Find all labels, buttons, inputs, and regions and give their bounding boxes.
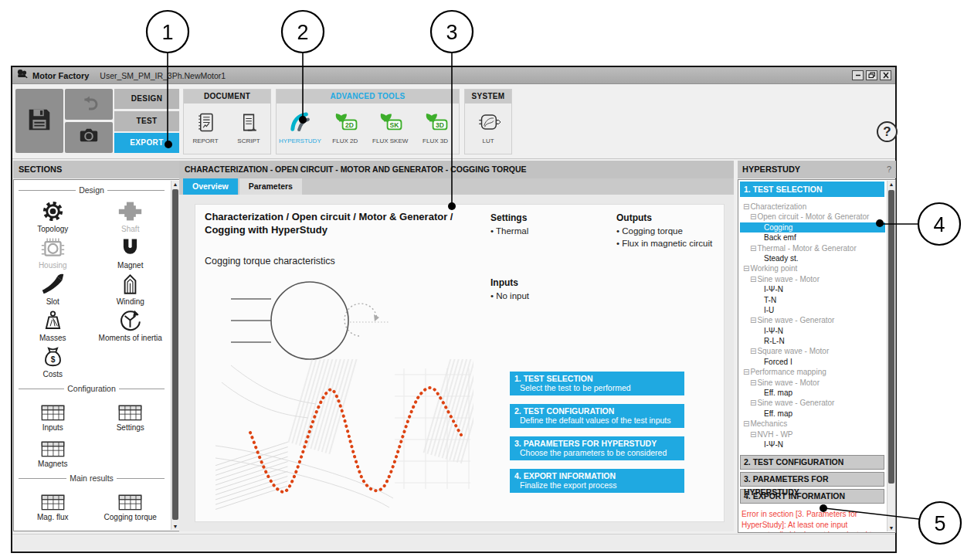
expander-icon[interactable]: ⊟ [743,202,749,211]
expander-icon[interactable]: ⊟ [750,275,756,283]
sidebar-item-inputs[interactable]: Inputs [14,397,92,433]
tree-item-working-point[interactable]: ⊟Working point [740,263,885,273]
overview-title: Characterization / Open circuit / Motor … [205,211,492,237]
tree-item-characterization[interactable]: ⊟Characterization [740,202,885,212]
tree-item-r-l-n[interactable]: R-L-N [740,336,885,346]
minimize-icon[interactable] [852,70,864,80]
step-subtitle: Finalize the export process [514,480,680,490]
design-button[interactable]: DESIGN [114,89,179,109]
help-button[interactable]: ? [877,121,898,142]
tree-item-i-n[interactable]: I-Ψ-N [740,440,885,450]
scrollbar-thumb[interactable] [172,189,178,520]
sidebar-item-costs[interactable]: $Costs [14,344,92,380]
restore-icon[interactable] [866,70,877,80]
flux-skew-label: FLUX SKEW [372,137,408,144]
tree-item-sine-wave-generator[interactable]: ⊟Sine wave - Generator [740,315,885,325]
tree-item-eff-map[interactable]: Eff. map [740,409,885,419]
tree-item-steady-st[interactable]: Steady st. [740,253,885,263]
tree-item-sine-wave-generator[interactable]: ⊟Sine wave - Generator [740,398,885,408]
sidebar-item-masses[interactable]: Masses [14,307,92,344]
save-button[interactable] [15,89,63,153]
section-parameters-for-hyperstudy[interactable]: 3. PARAMETERS FOR HYPERSTUDY [740,472,884,487]
sections-scrollbar[interactable]: ▲ ▼ [171,181,179,530]
shaft-icon [117,199,143,224]
scroll-up-icon[interactable]: ▲ [887,182,895,187]
close-icon[interactable] [880,70,891,80]
section-test-configuration[interactable]: 2. TEST CONFIGURATION [740,455,884,470]
hyperstudy-panel: 1. TEST SELECTION ⊟Characterization⊟Open… [738,179,896,533]
sidebar-item-settings[interactable]: Settings [92,397,170,433]
expander-icon[interactable]: ⊟ [750,316,756,324]
report-button[interactable]: REPORT [184,110,227,144]
expander-icon[interactable]: ⊟ [750,378,756,387]
tree-item-i-n[interactable]: I-Ψ-N [740,326,885,336]
tree-item-open-circuit-motor-generator[interactable]: ⊟Open circuit - Motor & Generator [740,212,885,222]
app-icon [16,68,28,83]
script-button[interactable]: SCRIPT [227,110,270,144]
step-title: 2. TEST CONFIGURATION [514,406,680,416]
step-box-4: 4. EXPORT INFORMATIONFinalize the export… [510,469,684,493]
tree-item-eff-map[interactable]: Eff. map [740,388,885,398]
expander-icon[interactable]: ⊟ [743,264,749,273]
flux-skew-button[interactable]: SK FLUX SKEW [368,110,412,144]
expander-icon[interactable]: ⊟ [750,212,756,221]
scroll-down-icon[interactable]: ▼ [887,525,895,531]
tree-item-nvh-wp[interactable]: ⊟NVH - WP [740,429,885,440]
export-button[interactable]: EXPORT [114,133,179,153]
tree-item-forced-i[interactable]: Forced I [740,357,885,367]
table-icon [39,487,66,512]
sidebar-item-moments-of-inertia[interactable]: Moments of inertia [92,307,170,344]
scroll-up-icon[interactable]: ▲ [171,182,179,187]
callout-number-3: 3 [446,21,457,44]
sidebar-item-topology[interactable]: Topology [14,199,92,235]
callout-circle-3 [431,11,473,53]
step-subtitle: Define the default values of the test in… [514,416,680,425]
flux-3d-button[interactable]: 3D FLUX 3D [414,110,457,144]
test-button[interactable]: TEST [114,111,179,131]
sidebar-item-magnets[interactable]: Magnets [14,433,92,470]
panel-help-icon[interactable]: ? [887,161,891,178]
status-strip [12,534,895,552]
sidebar-item-magnet[interactable]: Magnet [92,235,170,271]
settings-column: Settings • Thermal [490,212,528,237]
sidebar-item-cogging-torque[interactable]: Cogging torque [92,487,170,523]
sidebar-item-winding[interactable]: Winding [92,271,170,307]
scrollbar-thumb[interactable] [888,190,894,484]
tree-item-back-emf[interactable]: Back emf [740,232,885,243]
callout-circle-2 [282,11,324,53]
sidebar-item-slot[interactable]: Slot [14,271,92,307]
tree-item-i-u[interactable]: I-U [740,305,885,315]
tree-item-t-n[interactable]: T-N [740,295,885,305]
hyperstudy-scrollbar[interactable]: ▲ ▼ [887,181,895,531]
tree-item-cogging[interactable]: Cogging [740,222,885,232]
tree-item-performance-mapping[interactable]: ⊟Performance mapping [740,367,885,377]
tab-parameters[interactable]: Parameters [239,178,302,195]
camera-button[interactable] [65,122,113,153]
lut-label: LUT [482,137,494,144]
scroll-down-icon[interactable]: ▼ [171,524,179,529]
undo-button[interactable] [65,89,113,120]
tree-item-mechanics[interactable]: ⊟Mechanics [740,419,885,429]
tab-overview[interactable]: Overview [183,178,238,195]
expander-icon[interactable]: ⊟ [743,419,749,428]
expander-icon[interactable]: ⊟ [750,244,756,253]
expander-icon[interactable]: ⊟ [750,347,756,355]
tree-item-square-wave-motor[interactable]: ⊟Square wave - Motor [740,346,885,356]
main-content: Characterization / Open circuit / Motor … [179,195,734,531]
table-icon [39,397,66,423]
slot-icon [40,271,66,297]
section-test-selection[interactable]: 1. TEST SELECTION [740,182,884,197]
tree-item-i-n[interactable]: I-Ψ-N [740,284,885,294]
tree-item-sine-wave-motor[interactable]: ⊟Sine wave - Motor [740,274,885,284]
hyperstudy-button[interactable]: HYPERSTUDY [278,110,321,144]
tree-item-sine-wave-motor[interactable]: ⊟Sine wave - Motor [740,378,885,388]
lut-button[interactable]: LUT [467,110,510,144]
flux-2d-button[interactable]: 2D FLUX 2D [324,110,367,144]
expander-icon[interactable]: ⊟ [743,368,749,376]
expander-icon[interactable]: ⊟ [750,399,756,407]
sidebar-item-mag-flux[interactable]: Mag. flux [14,487,92,523]
expander-icon[interactable]: ⊟ [750,430,756,439]
sidebar-item-label: Cogging torque [104,513,157,521]
tree-item-thermal-motor-generator[interactable]: ⊟Thermal - Motor & Generator [740,243,885,253]
section-export-information[interactable]: 4. EXPORT INFORMATION [740,489,884,504]
